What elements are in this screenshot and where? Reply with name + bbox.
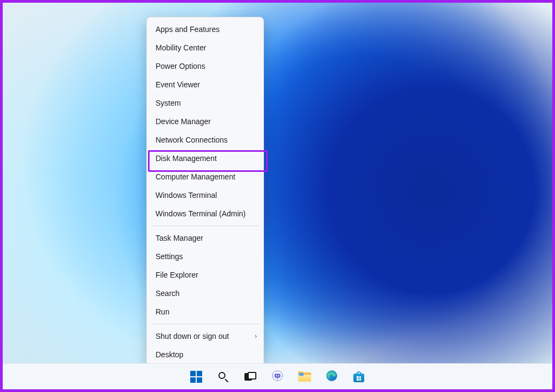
start-button[interactable] xyxy=(188,368,205,385)
winx-item-label: Apps and Features xyxy=(156,25,220,34)
winx-item-file-explorer[interactable]: File Explorer xyxy=(147,266,263,284)
winx-item-label: File Explorer xyxy=(156,271,198,279)
winx-item-windows-terminal-admin[interactable]: Windows Terminal (Admin) xyxy=(147,204,263,223)
winx-context-menu: Apps and FeaturesMobility CenterPower Op… xyxy=(146,17,264,367)
winx-item-computer-management[interactable]: Computer Management xyxy=(147,168,263,186)
winx-item-label: System xyxy=(156,99,181,107)
winx-item-system[interactable]: System xyxy=(147,94,263,112)
menu-separator xyxy=(151,324,259,324)
winx-item-power-options[interactable]: Power Options xyxy=(147,57,263,75)
winx-item-disk-management[interactable]: Disk Management xyxy=(147,149,263,168)
svg-point-2 xyxy=(276,375,277,376)
file-explorer-icon xyxy=(298,371,311,382)
desktop-screenshot: Apps and FeaturesMobility CenterPower Op… xyxy=(0,0,555,392)
winx-item-label: Device Manager xyxy=(156,117,211,126)
microsoft-store-button[interactable] xyxy=(350,368,367,385)
winx-item-label: Network Connections xyxy=(156,136,228,144)
winx-item-network-connections[interactable]: Network Connections xyxy=(147,131,263,149)
winx-item-label: Windows Terminal (Admin) xyxy=(156,209,246,218)
winx-item-task-manager[interactable]: Task Manager xyxy=(147,229,263,247)
taskbar-search-button[interactable] xyxy=(215,368,232,385)
store-icon xyxy=(353,371,365,383)
windows-logo-icon xyxy=(190,371,202,383)
winx-item-run[interactable]: Run xyxy=(147,303,263,321)
winx-item-windows-terminal[interactable]: Windows Terminal xyxy=(147,186,263,204)
svg-point-3 xyxy=(278,375,279,376)
edge-button[interactable] xyxy=(323,368,340,385)
winx-item-label: Windows Terminal xyxy=(156,191,217,200)
winx-item-event-viewer[interactable]: Event Viewer xyxy=(147,75,263,94)
winx-item-desktop[interactable]: Desktop xyxy=(147,345,263,364)
winx-item-label: Desktop xyxy=(156,350,183,359)
winx-item-search[interactable]: Search xyxy=(147,284,263,303)
svg-rect-1 xyxy=(275,374,281,377)
winx-item-label: Computer Management xyxy=(156,172,235,181)
winx-item-shut-down-or-sign-out[interactable]: Shut down or sign out› xyxy=(147,327,263,345)
taskbar xyxy=(3,363,552,389)
winx-item-settings[interactable]: Settings xyxy=(147,247,263,266)
chat-button[interactable] xyxy=(269,368,286,385)
file-explorer-button[interactable] xyxy=(296,368,313,385)
menu-separator xyxy=(151,226,259,226)
winx-item-label: Settings xyxy=(156,252,183,261)
winx-item-label: Disk Management xyxy=(156,154,217,163)
chat-icon xyxy=(272,370,283,384)
winx-item-apps-and-features[interactable]: Apps and Features xyxy=(147,20,263,38)
chevron-right-icon: › xyxy=(255,331,257,341)
winx-item-device-manager[interactable]: Device Manager xyxy=(147,112,263,131)
winx-item-label: Event Viewer xyxy=(156,80,200,89)
winx-item-label: Task Manager xyxy=(156,234,203,242)
task-view-button[interactable] xyxy=(242,368,259,385)
winx-item-label: Search xyxy=(156,289,179,298)
winx-item-label: Shut down or sign out xyxy=(156,332,229,340)
winx-item-mobility-center[interactable]: Mobility Center xyxy=(147,38,263,57)
winx-item-label: Mobility Center xyxy=(156,43,206,52)
edge-icon xyxy=(325,369,338,384)
desktop-wallpaper xyxy=(3,3,552,363)
winx-item-label: Power Options xyxy=(156,62,205,70)
search-icon xyxy=(218,371,229,382)
task-view-icon xyxy=(244,372,256,382)
winx-item-label: Run xyxy=(156,307,170,316)
